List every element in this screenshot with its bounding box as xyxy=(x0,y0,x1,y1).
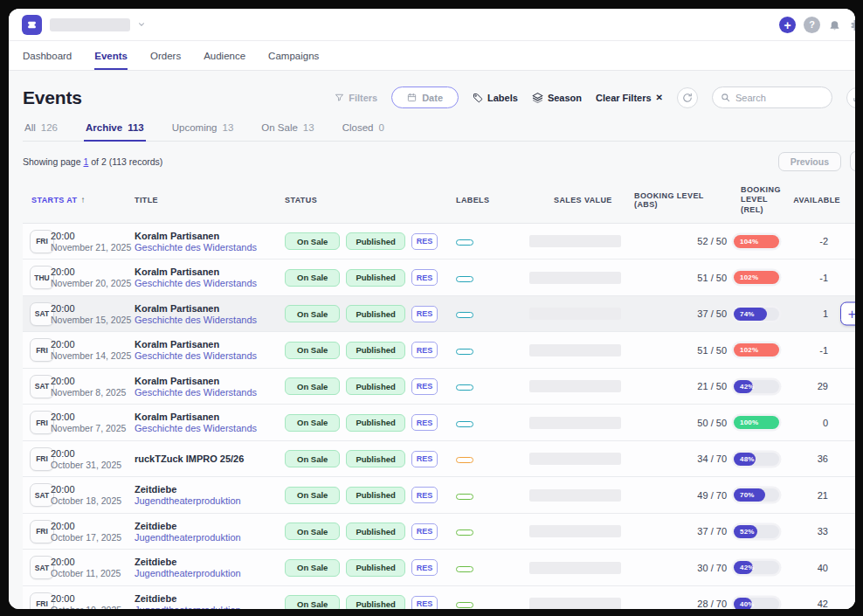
label-badge[interactable] xyxy=(456,494,473,500)
label-badge[interactable] xyxy=(456,602,473,608)
event-row[interactable]: FRI 20:00 October 31, 2025 ruckTZuck IMP… xyxy=(23,441,855,478)
booking-level-rel-value: 42% xyxy=(740,564,755,571)
event-date: October 11, 2025 xyxy=(51,568,135,578)
available-count: -1 xyxy=(784,273,840,283)
event-series-link[interactable]: Jugendtheaterproduktion xyxy=(135,495,285,506)
sort-ascending-icon: ↑ xyxy=(80,195,85,204)
event-row[interactable]: THU 20:00 November 20, 2025 Koralm Parti… xyxy=(23,260,855,296)
booking-level-rel-bar: 48% xyxy=(734,453,779,466)
tab-all[interactable]: All126 xyxy=(23,122,59,142)
filters-button[interactable]: Filters xyxy=(335,93,377,103)
label-badge[interactable] xyxy=(456,457,473,463)
column-starts-at[interactable]: STARTS AT↑ xyxy=(23,195,135,204)
event-title: Koralm Partisanen xyxy=(135,339,285,350)
event-date: November 15, 2025 xyxy=(51,315,135,325)
column-status: STATUS xyxy=(285,196,456,204)
booking-level-rel-value: 100% xyxy=(740,419,758,426)
booking-level-abs: 28 / 70 xyxy=(634,599,728,609)
event-series-link[interactable]: Jugendtheaterproduktion xyxy=(135,568,285,578)
event-time: 20:00 xyxy=(51,266,135,277)
event-time: 20:00 xyxy=(51,376,135,386)
clear-filters-button[interactable]: Clear Filters ✕ xyxy=(596,93,663,103)
org-name-placeholder[interactable] xyxy=(50,18,130,31)
booking-level-rel-value: 40% xyxy=(740,600,755,608)
event-row[interactable]: SAT 20:00 November 8, 2025 Koralm Partis… xyxy=(23,369,855,405)
add-to-cart-button[interactable]: + xyxy=(840,302,855,326)
booking-level-abs: 51 / 50 xyxy=(634,345,728,356)
event-series-link[interactable]: Geschichte des Widerstands xyxy=(135,278,285,288)
search-input[interactable] xyxy=(735,93,825,103)
chevron-down-icon[interactable] xyxy=(137,17,146,32)
sales-value-redacted xyxy=(529,344,621,356)
status-badge-on-sale: On Sale xyxy=(285,487,340,504)
event-time: 20:00 xyxy=(51,231,135,241)
event-row[interactable]: SAT 20:00 October 18, 2025 Zeitdiebe Jug… xyxy=(23,477,855,514)
event-series-link[interactable]: Geschichte des Widerstands xyxy=(135,350,285,361)
tab-closed[interactable]: Closed0 xyxy=(341,122,386,142)
event-series-link[interactable]: Geschichte des Widerstands xyxy=(135,315,285,325)
event-row[interactable]: FRI 20:00 November 7, 2025 Koralm Partis… xyxy=(23,405,855,441)
event-row[interactable]: FRI 20:00 November 14, 2025 Koralm Parti… xyxy=(23,332,855,369)
topbar-actions: + ? xyxy=(779,9,855,41)
event-series-link[interactable]: Geschichte des Widerstands xyxy=(135,423,285,433)
label-badge[interactable] xyxy=(456,312,473,318)
help-button[interactable]: ? xyxy=(804,17,820,33)
booking-level-rel-bar: 104% xyxy=(734,235,779,248)
label-badge[interactable] xyxy=(456,239,473,246)
tab-archive[interactable]: Archive113 xyxy=(84,122,146,142)
season-filter-button[interactable]: Season xyxy=(532,92,582,103)
event-series-link[interactable]: Jugendtheaterproduktion xyxy=(135,532,285,543)
event-row[interactable]: SAT 20:00 November 15, 2025 Koralm Parti… xyxy=(23,296,855,333)
event-title: ruckTZuck IMPRO 25/26 xyxy=(135,453,285,464)
event-time: 20:00 xyxy=(51,303,135,314)
booking-level-rel-bar: 70% xyxy=(734,488,779,502)
label-badge[interactable] xyxy=(456,349,473,355)
date-filter-button[interactable]: Date xyxy=(391,87,459,108)
funnel-icon xyxy=(335,93,344,102)
event-row[interactable]: FRI 20:00 October 10, 2025 Zeitdiebe Jug… xyxy=(23,586,855,609)
settings-gear-icon[interactable] xyxy=(849,18,855,32)
app-logo[interactable] xyxy=(22,15,42,35)
booking-level-abs: 37 / 70 xyxy=(634,526,728,536)
label-badge[interactable] xyxy=(456,384,473,391)
event-series-link[interactable]: Jugendtheaterproduktion xyxy=(135,605,285,610)
refresh-button[interactable] xyxy=(677,87,698,108)
booking-level-rel-bar: 102% xyxy=(734,343,779,356)
next-page-button[interactable] xyxy=(850,151,855,171)
main-nav: Dashboard Events Orders Audience Campaig… xyxy=(9,41,855,71)
event-time: 20:00 xyxy=(51,339,135,350)
booking-level-rel-bar: 52% xyxy=(734,525,779,538)
event-series-link[interactable]: Geschichte des Widerstands xyxy=(135,387,285,398)
status-badge-res: RES xyxy=(411,342,438,358)
labels-filter-button[interactable]: Labels xyxy=(473,93,518,103)
previous-page-button[interactable]: Previous xyxy=(778,152,841,171)
notifications-bell-icon[interactable] xyxy=(828,18,841,31)
nav-item-audience[interactable]: Audience xyxy=(204,41,245,70)
event-row[interactable]: FRI 20:00 October 17, 2025 Zeitdiebe Jug… xyxy=(23,514,855,550)
label-badge[interactable] xyxy=(456,276,473,282)
nav-item-events[interactable]: Events xyxy=(94,41,128,70)
add-button[interactable]: + xyxy=(779,17,796,33)
page-number-link[interactable]: 1 xyxy=(83,156,88,167)
column-sales-value: SALES VALUE xyxy=(529,196,634,204)
available-count: 42 xyxy=(784,599,840,609)
event-title: Zeitdiebe xyxy=(135,593,285,604)
label-badge[interactable] xyxy=(456,566,473,572)
event-series-link[interactable]: Geschichte des Widerstands xyxy=(135,242,285,253)
event-row[interactable]: FRI 20:00 November 21, 2025 Koralm Parti… xyxy=(23,224,855,260)
label-badge[interactable] xyxy=(456,529,473,536)
booking-level-rel-value: 70% xyxy=(740,491,755,499)
nav-item-campaigns[interactable]: Campaigns xyxy=(268,41,319,70)
export-button[interactable] xyxy=(846,87,855,108)
event-date: October 18, 2025 xyxy=(51,495,135,506)
status-badge-on-sale: On Sale xyxy=(285,559,340,577)
sales-value-redacted xyxy=(529,417,621,429)
status-badge-res: RES xyxy=(411,596,438,610)
tab-on-sale[interactable]: On Sale13 xyxy=(259,122,315,142)
nav-item-orders[interactable]: Orders xyxy=(150,41,181,70)
tab-upcoming[interactable]: Upcoming13 xyxy=(170,122,236,142)
label-badge[interactable] xyxy=(456,421,473,427)
event-row[interactable]: SAT 20:00 October 11, 2025 Zeitdiebe Jug… xyxy=(23,550,855,586)
nav-item-dashboard[interactable]: Dashboard xyxy=(23,41,72,70)
status-badge-on-sale: On Sale xyxy=(285,269,340,287)
